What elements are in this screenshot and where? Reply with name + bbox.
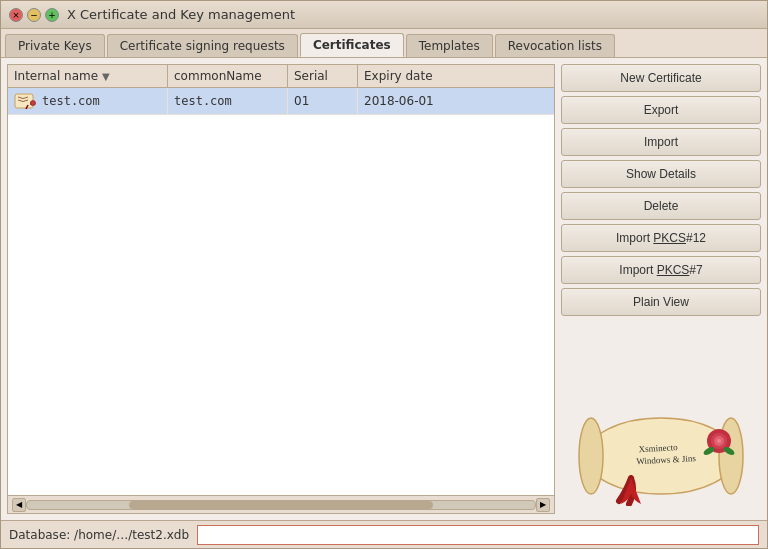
svg-point-4 (719, 418, 743, 494)
col-expiry-date[interactable]: Expiry date (358, 65, 458, 87)
database-label: Database: /home/…/test2.xdb (9, 528, 189, 542)
certificate-icon (14, 92, 38, 110)
import-pkcs7-button[interactable]: Import PKCS#7 (561, 256, 761, 284)
scrollbar-track[interactable] (26, 500, 536, 510)
plain-view-button[interactable]: Plain View (561, 288, 761, 316)
export-button[interactable]: Export (561, 96, 761, 124)
table-row[interactable]: test.com test.com 01 2018-06-01 (8, 88, 554, 115)
minimize-button[interactable]: − (27, 8, 41, 22)
tab-private-keys[interactable]: Private Keys (5, 34, 105, 57)
svg-point-8 (717, 439, 721, 443)
svg-rect-0 (15, 94, 33, 108)
svg-point-3 (579, 418, 603, 494)
status-input[interactable] (197, 525, 759, 545)
import-button[interactable]: Import (561, 128, 761, 156)
maximize-button[interactable]: + (45, 8, 59, 22)
scrollbar-thumb[interactable] (129, 501, 434, 509)
tabbar: Private Keys Certificate signing request… (1, 29, 767, 58)
window-controls: × − + (9, 8, 59, 22)
table-body: test.com test.com 01 2018-06-01 (8, 88, 554, 495)
titlebar: × − + X Certificate and Key management (1, 1, 767, 29)
cell-common-name: test.com (168, 88, 288, 114)
sort-arrow-icon: ▼ (102, 71, 110, 82)
tab-revocation[interactable]: Revocation lists (495, 34, 615, 57)
svg-text:Xsminecto: Xsminecto (638, 442, 678, 454)
show-details-button[interactable]: Show Details (561, 160, 761, 188)
col-internal-name[interactable]: Internal name ▼ (8, 65, 168, 87)
statusbar: Database: /home/…/test2.xdb (1, 520, 767, 548)
window-title: X Certificate and Key management (67, 7, 295, 22)
scroll-left-button[interactable]: ◀ (12, 498, 26, 512)
certificate-artwork: Xsminecto Windows & Jins (561, 320, 761, 514)
cell-serial: 01 (288, 88, 358, 114)
tab-csr[interactable]: Certificate signing requests (107, 34, 298, 57)
horizontal-scrollbar[interactable]: ◀ ▶ (8, 495, 554, 513)
scroll-right-button[interactable]: ▶ (536, 498, 550, 512)
svg-point-1 (31, 101, 36, 106)
close-button[interactable]: × (9, 8, 23, 22)
col-serial[interactable]: Serial (288, 65, 358, 87)
import-pkcs12-button[interactable]: Import PKCS#12 (561, 224, 761, 252)
tab-templates[interactable]: Templates (406, 34, 493, 57)
delete-button[interactable]: Delete (561, 192, 761, 220)
cert-illustration: Xsminecto Windows & Jins (571, 396, 751, 506)
main-content: Internal name ▼ commonName Serial Expiry… (1, 58, 767, 520)
new-certificate-button[interactable]: New Certificate (561, 64, 761, 92)
cell-internal-name: test.com (8, 88, 168, 114)
action-panel: New Certificate Export Import Show Detai… (561, 64, 761, 514)
table-header: Internal name ▼ commonName Serial Expiry… (8, 65, 554, 88)
col-common-name[interactable]: commonName (168, 65, 288, 87)
tab-certificates[interactable]: Certificates (300, 33, 404, 57)
cell-expiry-date: 2018-06-01 (358, 88, 458, 114)
main-window: × − + X Certificate and Key management P… (0, 0, 768, 549)
certificate-table: Internal name ▼ commonName Serial Expiry… (7, 64, 555, 514)
